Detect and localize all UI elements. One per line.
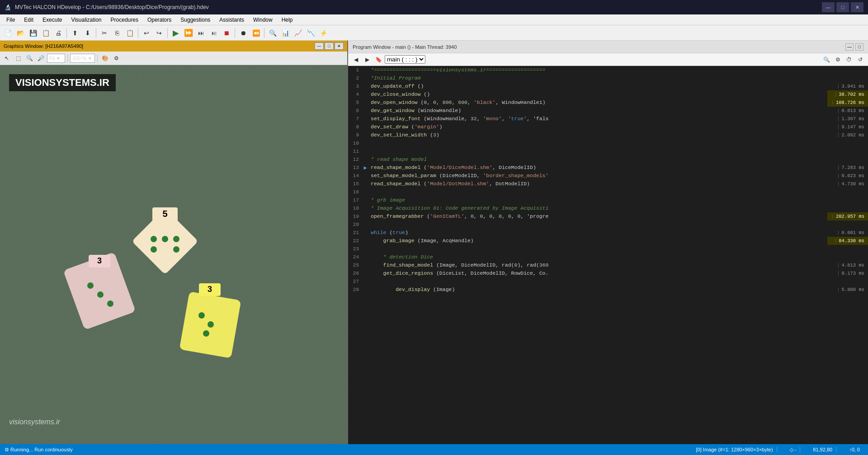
code-line[interactable]: 24 * detection Dice xyxy=(348,253,868,261)
menu-procedures[interactable]: Procedures xyxy=(106,14,143,25)
gw-color[interactable]: 🎨 xyxy=(100,53,110,63)
code-line[interactable]: 19open_framegrabber ('GenICamTL', 0, 0, … xyxy=(348,212,868,220)
pw-reset-time[interactable]: ↺ xyxy=(855,55,865,64)
line-content[interactable]: * read shape model xyxy=(369,155,827,164)
record-button[interactable]: ⏺ xyxy=(237,27,249,39)
code-line[interactable]: 5dev_open_window (0, 0, 800, 600, 'black… xyxy=(348,99,868,107)
chart3-button[interactable]: 📉 xyxy=(305,27,316,39)
line-content[interactable]: dev_update_off () xyxy=(369,82,827,90)
line-content[interactable]: set_shape_model_param (DiceModelID, 'bor… xyxy=(369,172,827,180)
step-into-button[interactable]: ⏯ xyxy=(208,27,220,39)
line-content[interactable]: dev_open_window (0, 0, 800, 600, 'black'… xyxy=(369,99,827,107)
line-content[interactable] xyxy=(369,277,827,286)
playback-button[interactable]: ⏪ xyxy=(250,27,262,39)
code-line[interactable]: 10 xyxy=(348,139,868,147)
gw-minimize[interactable]: — xyxy=(315,42,324,50)
line-content[interactable]: dev_set_draw ('margin') xyxy=(369,123,827,131)
copy-button[interactable]: ⎘ xyxy=(111,27,123,39)
line-content[interactable] xyxy=(369,188,827,196)
open-button[interactable]: 📂 xyxy=(14,27,26,39)
code-line[interactable]: 4dev_close_window ()|38.702 ms xyxy=(348,90,868,99)
menu-execute[interactable]: Execute xyxy=(38,14,66,25)
pw-settings[interactable]: ⚙ xyxy=(833,55,843,64)
cut-button[interactable]: ✂ xyxy=(99,27,110,39)
menu-edit[interactable]: Edit xyxy=(19,14,38,25)
line-content[interactable]: find_shape_model (Image, DiceModelID, ra… xyxy=(369,261,827,269)
code-line[interactable]: 16 xyxy=(348,188,868,196)
code-line[interactable]: 26 get_dice_regions (DiceList, DiceModel… xyxy=(348,269,868,277)
line-content[interactable]: grab_image (Image, AcqHandle) xyxy=(369,237,827,245)
redo-button[interactable]: ↪ xyxy=(153,27,165,39)
new-button[interactable]: 📄 xyxy=(2,27,14,39)
code-line[interactable]: 8dev_set_draw ('margin')|9.147 ms xyxy=(348,123,868,131)
line-content[interactable]: * detection Dice xyxy=(369,253,827,261)
run-cont-button[interactable]: ⏩ xyxy=(183,27,194,39)
undo-button[interactable]: ↩ xyxy=(141,27,152,39)
line-content[interactable]: dev_close_window () xyxy=(369,90,827,99)
inspect-button[interactable]: 🔍 xyxy=(267,27,278,39)
line-content[interactable]: while (true) xyxy=(369,229,827,237)
menu-suggestions[interactable]: Suggestions xyxy=(176,14,215,25)
line-content[interactable]: set_display_font (WindowHandle, 32, 'mon… xyxy=(369,115,827,123)
code-line[interactable]: 2*Initial Program xyxy=(348,74,868,82)
step-button[interactable]: ⏭ xyxy=(195,27,207,39)
zoom-level[interactable]: 100 % ▼ xyxy=(70,54,95,63)
chart2-button[interactable]: 📈 xyxy=(292,27,304,39)
close-button[interactable]: ✕ xyxy=(851,2,863,12)
pw-maximize[interactable]: □ xyxy=(855,43,863,51)
procedure-selector[interactable]: main ( : : : ) xyxy=(385,55,425,64)
export-button[interactable]: ⬇ xyxy=(82,27,94,39)
code-line[interactable]: 1*====================visionsystems.ir==… xyxy=(348,66,868,74)
pw-bookmark[interactable]: 🔖 xyxy=(373,55,383,64)
save-button[interactable]: 💾 xyxy=(27,27,39,39)
pw-forward[interactable]: ▶ xyxy=(362,55,372,64)
line-content[interactable]: dev_get_window (WindowHandle) xyxy=(369,107,827,115)
gw-zoom-in[interactable]: 🔍 xyxy=(24,53,34,63)
code-line[interactable]: 13▶read_shape_model ('Model/DiceModel.sh… xyxy=(348,164,868,172)
code-line[interactable]: 27 xyxy=(348,277,868,286)
code-line[interactable]: 21while (true)|0.001 ms xyxy=(348,229,868,237)
print-button[interactable]: 🖨 xyxy=(52,27,64,39)
menu-visualization[interactable]: Visualization xyxy=(66,14,106,25)
code-line[interactable]: 22 grab_image (Image, AcqHandle)|84.330 … xyxy=(348,237,868,245)
line-content[interactable] xyxy=(369,139,827,147)
code-line[interactable]: 15read_shape_model ('Model/DotModel.shm'… xyxy=(348,180,868,188)
save-as-button[interactable]: 📋 xyxy=(40,27,52,39)
line-content[interactable]: get_dice_regions (DiceList, DiceModelID,… xyxy=(369,269,827,277)
line-content[interactable]: *====================visionsystems.ir===… xyxy=(369,66,827,74)
code-line[interactable]: 12* read shape model xyxy=(348,155,868,164)
chart-button[interactable]: 📊 xyxy=(279,27,291,39)
code-line[interactable]: 11 xyxy=(348,147,868,155)
menu-help[interactable]: Help xyxy=(277,14,297,25)
pw-search[interactable]: 🔍 xyxy=(821,55,831,64)
gw-pointer[interactable]: ↖ xyxy=(2,53,12,63)
line-content[interactable]: * grb image xyxy=(369,196,827,204)
menu-file[interactable]: File xyxy=(2,14,19,25)
code-line[interactable]: 18* Image Acquisition 01: Code generated… xyxy=(348,204,868,212)
profile-button[interactable]: ⚡ xyxy=(317,27,329,39)
stop-button[interactable]: ⏹ xyxy=(221,27,232,39)
menu-assistants[interactable]: Assistants xyxy=(215,14,249,25)
code-line[interactable]: 23 xyxy=(348,245,868,253)
run-button[interactable]: ▶ xyxy=(170,27,182,39)
line-content[interactable]: *Initial Program xyxy=(369,74,827,82)
code-line[interactable]: 7set_display_font (WindowHandle, 32, 'mo… xyxy=(348,115,868,123)
gw-zoom-rect[interactable]: ⬚ xyxy=(13,53,23,63)
line-content[interactable]: dev_display (Image) xyxy=(369,286,827,294)
line-content[interactable]: read_shape_model ('Model/DotModel.shm', … xyxy=(369,180,827,188)
line-content[interactable]: read_shape_model ('Model/DiceModel.shm',… xyxy=(369,164,827,172)
code-line[interactable]: 6dev_get_window (WindowHandle)|0.013 ms xyxy=(348,107,868,115)
line-content[interactable]: open_framegrabber ('GenICamTL', 0, 0, 0,… xyxy=(369,212,827,220)
paste-button[interactable]: 📋 xyxy=(124,27,136,39)
maximize-button[interactable]: □ xyxy=(836,2,849,12)
gw-settings[interactable]: ⚙ xyxy=(111,53,121,63)
line-content[interactable] xyxy=(369,147,827,155)
code-line[interactable]: 20 xyxy=(348,220,868,229)
line-content[interactable] xyxy=(369,220,827,229)
code-line[interactable]: 17* grb image xyxy=(348,196,868,204)
pw-minimize[interactable]: — xyxy=(845,43,854,51)
gw-close[interactable]: ✕ xyxy=(335,42,344,50)
pw-back[interactable]: ◀ xyxy=(351,55,361,64)
pw-time-toggle[interactable]: ⏱ xyxy=(844,55,854,64)
fit-dropdown[interactable]: Fit ▼ xyxy=(47,54,65,63)
